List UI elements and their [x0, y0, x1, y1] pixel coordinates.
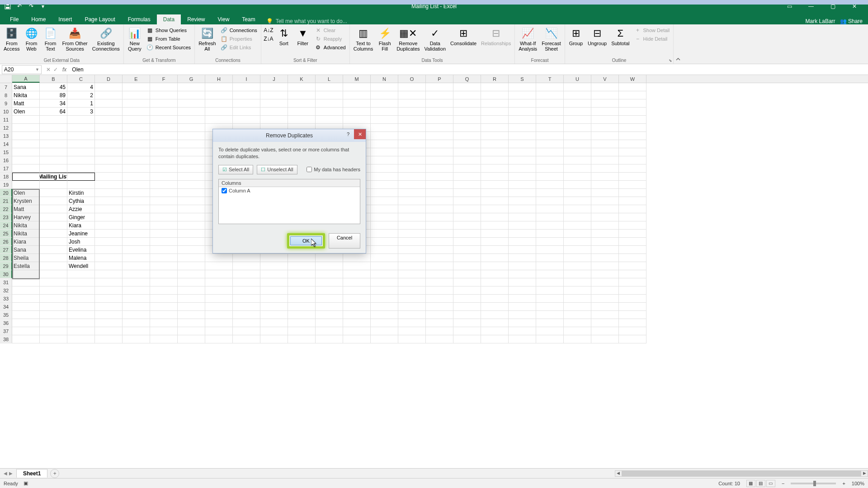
cell[interactable]: [509, 295, 536, 303]
cell[interactable]: [178, 278, 205, 286]
cell[interactable]: [95, 262, 123, 270]
cell[interactable]: Sana: [12, 246, 40, 254]
cell[interactable]: [95, 335, 123, 343]
cell[interactable]: [260, 270, 288, 278]
cell[interactable]: [619, 230, 646, 238]
cell[interactable]: [95, 148, 123, 156]
cell[interactable]: [619, 124, 646, 132]
cell[interactable]: [150, 164, 178, 173]
cell[interactable]: [619, 238, 646, 246]
cell[interactable]: [453, 205, 481, 213]
remove-duplicates-button[interactable]: ▦✕Remove Duplicates: [395, 25, 421, 52]
cell[interactable]: [591, 319, 619, 327]
row-header[interactable]: 16: [0, 156, 12, 164]
cell[interactable]: [233, 327, 260, 335]
sheet-nav-prev-icon[interactable]: ◀: [4, 471, 7, 476]
cell[interactable]: [564, 181, 591, 189]
cell[interactable]: [619, 254, 646, 262]
cell[interactable]: [509, 286, 536, 295]
cell[interactable]: [150, 319, 178, 327]
cell[interactable]: [619, 278, 646, 286]
cell[interactable]: [398, 221, 426, 230]
cell[interactable]: [67, 181, 95, 189]
cell[interactable]: [509, 327, 536, 335]
cell[interactable]: [150, 108, 178, 116]
cell[interactable]: [260, 262, 288, 270]
cell[interactable]: [536, 230, 564, 238]
cell[interactable]: [426, 213, 453, 221]
tell-me-search[interactable]: 💡 Tell me what you want to do...: [266, 18, 347, 24]
cell[interactable]: [453, 327, 481, 335]
cell[interactable]: [150, 181, 178, 189]
cell[interactable]: [453, 173, 481, 181]
cell[interactable]: [564, 262, 591, 270]
row-header[interactable]: 9: [0, 99, 12, 108]
cell[interactable]: [205, 319, 233, 327]
cell[interactable]: [178, 213, 205, 221]
cell[interactable]: [509, 108, 536, 116]
cell[interactable]: [564, 83, 591, 91]
cell[interactable]: [205, 278, 233, 286]
cell[interactable]: [536, 311, 564, 319]
cell[interactable]: [371, 189, 398, 197]
cell[interactable]: [12, 327, 40, 335]
cell[interactable]: [178, 335, 205, 343]
zoom-level[interactable]: 100%: [852, 481, 864, 486]
cell[interactable]: [426, 262, 453, 270]
row-header[interactable]: 27: [0, 246, 12, 254]
cell[interactable]: [40, 189, 67, 197]
cell[interactable]: [40, 181, 67, 189]
cell[interactable]: [205, 262, 233, 270]
cell[interactable]: [564, 335, 591, 343]
cell[interactable]: [123, 205, 150, 213]
cell[interactable]: [398, 164, 426, 173]
cell[interactable]: [591, 213, 619, 221]
cell[interactable]: [343, 262, 371, 270]
cell[interactable]: [509, 213, 536, 221]
cell[interactable]: [426, 140, 453, 148]
cell[interactable]: [178, 327, 205, 335]
cell[interactable]: [150, 205, 178, 213]
cell[interactable]: [481, 213, 509, 221]
column-a-checkbox[interactable]: [222, 188, 227, 193]
cell[interactable]: [481, 205, 509, 213]
cell[interactable]: [619, 91, 646, 99]
cell[interactable]: [453, 286, 481, 295]
cell[interactable]: [178, 254, 205, 262]
cell[interactable]: [453, 132, 481, 140]
cell[interactable]: [426, 91, 453, 99]
cell[interactable]: [481, 270, 509, 278]
cell[interactable]: [509, 181, 536, 189]
row-header[interactable]: 31: [0, 278, 12, 286]
row-header[interactable]: 11: [0, 116, 12, 124]
cell[interactable]: [453, 148, 481, 156]
cell[interactable]: [178, 238, 205, 246]
cell[interactable]: [509, 303, 536, 311]
cell[interactable]: [233, 311, 260, 319]
cell[interactable]: [288, 108, 316, 116]
cell[interactable]: [95, 156, 123, 164]
cell[interactable]: Olen: [12, 108, 40, 116]
cell[interactable]: [619, 335, 646, 343]
cell[interactable]: [371, 230, 398, 238]
cell[interactable]: [564, 319, 591, 327]
cell[interactable]: [509, 221, 536, 230]
cell[interactable]: [40, 286, 67, 295]
cell[interactable]: [67, 116, 95, 124]
cell[interactable]: [233, 295, 260, 303]
cell[interactable]: [316, 278, 343, 286]
cell[interactable]: [205, 108, 233, 116]
cell[interactable]: 1: [67, 99, 95, 108]
cell[interactable]: [95, 230, 123, 238]
cell[interactable]: [481, 83, 509, 91]
cell[interactable]: [233, 108, 260, 116]
row-header[interactable]: 25: [0, 230, 12, 238]
cell[interactable]: [123, 327, 150, 335]
cell[interactable]: [536, 278, 564, 286]
formula-input[interactable]: [69, 66, 868, 74]
cell[interactable]: [343, 99, 371, 108]
cell[interactable]: [123, 221, 150, 230]
sort-button[interactable]: ⇅Sort: [275, 25, 293, 47]
cell[interactable]: [123, 124, 150, 132]
cell[interactable]: Evelina: [67, 246, 95, 254]
